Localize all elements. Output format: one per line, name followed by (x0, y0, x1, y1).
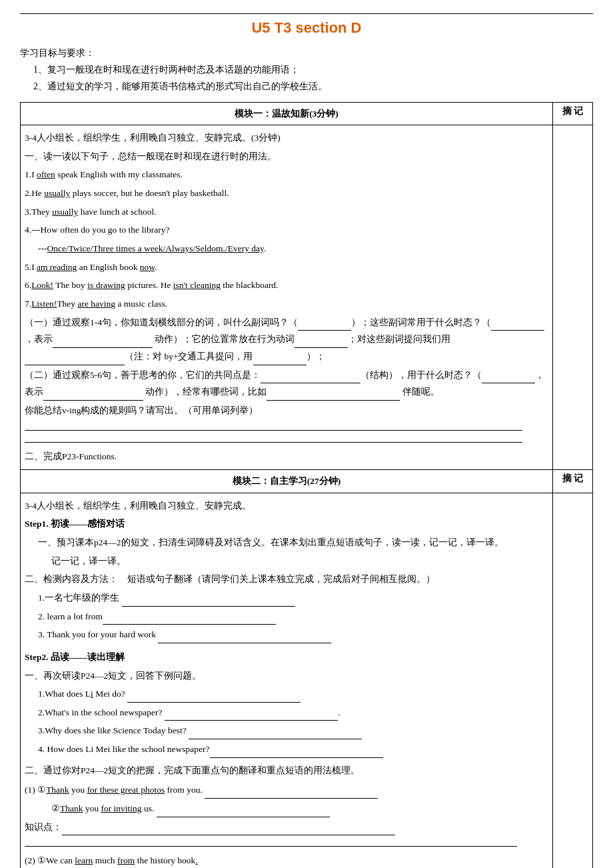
block2-header-row: 模块二：自主学习(27分钟) 摘 记 (21, 470, 593, 493)
ving-rule: 你能总结v-ing构成的规则吗？请写出。（可用单词列举） (25, 402, 548, 419)
step1-sec1: 一、预习课本p24—2的短文，扫清生词障碍及对话含义。在课本划出重点短语或句子，… (25, 534, 548, 551)
step1-item-2: 2. learn a lot from (25, 608, 548, 625)
block2-content-row: 3-4人小组长，组织学生，利用晚自习独立、安静完成。 Step1. 初读——感悟… (21, 493, 593, 868)
block1-intro: 3-4人小组长，组织学生，利用晚自习独立、安静完成。(3分钟) (25, 129, 548, 147)
analysis1: （一）通过观察1-4句，你知道划横线部分的词，叫什么副词吗？（）；这些副词常用于… (25, 314, 548, 365)
step2-q2: 2.What's in the school newspaper? . (25, 704, 548, 721)
step2-sec2: 二、通过你对P24—2短文的把握，完成下面重点句的翻译和重点短语的用法梳理。 (25, 762, 548, 779)
knowledge1-note-label: 知识点： (25, 819, 548, 836)
main-table: 模块一：温故知新(3分钟) 摘 记 3-4人小组长，组织学生，利用晚自习独立、安… (20, 102, 593, 868)
knowledge1-2: ②Thank you for inviting us. (25, 800, 548, 817)
section2: 二、完成P23-Functions. (25, 448, 548, 465)
block1-header: 模块一：温故知新(3分钟) (21, 102, 553, 125)
block1-header-row: 模块一：温故知新(3分钟) 摘 记 (21, 102, 593, 125)
ving-blank (25, 421, 522, 431)
step2-intro: 一、再次研读P24—2短文，回答下例问题。 (25, 667, 548, 685)
block1-content-row: 3-4人小组长，组织学生，利用晚自习独立、安静完成。(3分钟) 一、读一读以下句… (21, 125, 593, 470)
block2-intro: 3-4人小组长，组织学生，利用晚自习独立、安静完成。 (25, 497, 548, 515)
step1-item-3: 3. Thank you for your hard work (25, 626, 548, 643)
study-goals-header: 学习目标与要求： (20, 45, 593, 61)
block1-note: 摘 记 (553, 102, 593, 125)
block1-section1-title: 一、读一读以下句子，总结一般现在时和现在进行时的用法。 (25, 148, 548, 165)
analysis2: （二）通过观察5-6句，善于思考的你，它们的共同点是：（结构），用于什么时态？（… (25, 367, 548, 401)
sentence-3: 3.They usually have lunch at school. (25, 203, 548, 221)
step1-sec2-title: 二、检测内容及方法： 短语或句子翻译（请同学们关上课本独立完成，完成后对子间相互… (25, 571, 548, 588)
step2-title: Step2. 品读——读出理解 (25, 649, 548, 666)
sentence-4b: ---Once/Twice/Three times a week/Always/… (25, 240, 548, 257)
sentence-4a: 4.---How often do you go to the library? (25, 221, 548, 239)
ving-blank2 (25, 433, 522, 443)
block2-note: 摘 记 (553, 470, 593, 493)
step2-q4: 4. How does Li Mei like the school newsp… (25, 741, 548, 758)
step1-title: Step1. 初读——感悟对话 (25, 515, 548, 533)
sentence-2: 2.He usually plays soccer, but he doesn'… (25, 185, 548, 202)
block1-content: 3-4人小组长，组织学生，利用晚自习独立、安静完成。(3分钟) 一、读一读以下句… (21, 125, 553, 470)
sentence-6: 6.Look! The boy is drawing pictures. He … (25, 277, 548, 294)
block2-note-cell (553, 493, 593, 868)
block1-note-cell (553, 125, 593, 470)
page-title: U5 T3 section D (20, 19, 593, 37)
knowledge1-blank (25, 837, 517, 847)
step2-q3: 3.Why does she like Science Today best? (25, 722, 548, 739)
study-goal-2: 2、通过短文的学习，能够用英语书信格式的形式写出自己的学校生活。 (20, 78, 593, 95)
block2-content: 3-4人小组长，组织学生，利用晚自习独立、安静完成。 Step1. 初读——感悟… (21, 493, 553, 868)
study-goal-1: 1、复习一般现在时和现在进行时两种时态及本话题的功能用语； (20, 61, 593, 78)
study-goals: 学习目标与要求： 1、复习一般现在时和现在进行时两种时态及本话题的功能用语； 2… (20, 45, 593, 95)
sentence-7: 7.Listen!They are having a music class. (25, 295, 548, 313)
block2-header: 模块二：自主学习(27分钟) (21, 470, 553, 493)
step1-sec1-sub: 记一记，译一译。 (25, 553, 548, 570)
sentence-1: 1.I often speak English with my classmat… (25, 166, 548, 183)
step1-item-1: 1.一名七年级的学生 (25, 589, 548, 607)
sentence-5: 5.I am reading an English book now. (25, 259, 548, 276)
knowledge2-title: (2) ①We can learn much from the history … (25, 852, 548, 868)
knowledge1-title: (1) ①Thank you for these great photos fr… (25, 781, 548, 799)
step2-q1: 1.What does Li Mei do? (25, 685, 548, 703)
